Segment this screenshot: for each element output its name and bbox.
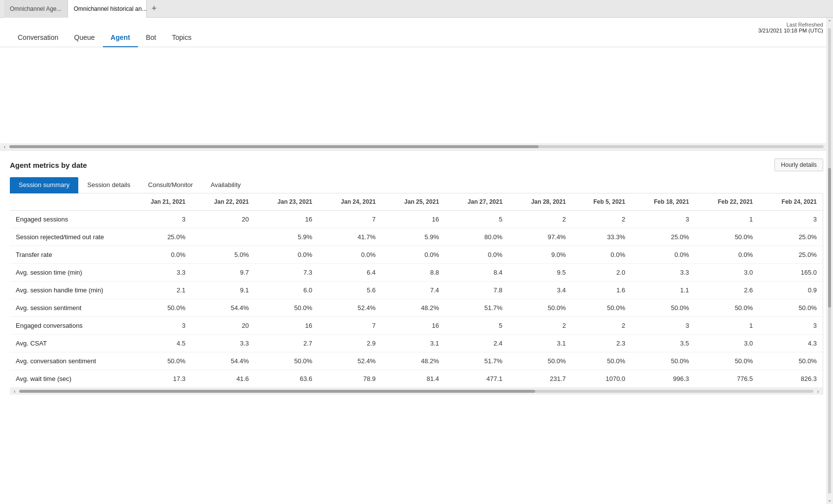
- tab-inactive[interactable]: Omnichannel Age...: [4, 0, 68, 18]
- metrics-title: Agent metrics by date: [10, 161, 87, 169]
- cell-6-5: 5: [445, 317, 509, 335]
- right-scroll-track[interactable]: [828, 28, 831, 494]
- cell-9-8: 996.3: [631, 370, 695, 388]
- table-header-date-2: Jan 22, 2021: [192, 193, 255, 211]
- chart-area: ‹ ›: [0, 47, 833, 151]
- app-container: Conversation Queue Agent Bot Topics Last…: [0, 18, 833, 504]
- cell-9-7: 1070.0: [572, 370, 631, 388]
- cell-8-3: 52.4%: [318, 352, 382, 370]
- nav-item-topics[interactable]: Topics: [164, 33, 199, 47]
- row-label-4: Avg. session handle time (min): [10, 282, 128, 299]
- cell-3-2: 7.3: [255, 264, 319, 282]
- cell-9-3: 78.9: [318, 370, 382, 388]
- cell-4-0: 2.1: [128, 282, 192, 299]
- cell-8-8: 50.0%: [631, 352, 695, 370]
- subtab-availability[interactable]: Availability: [202, 177, 250, 193]
- cell-4-3: 5.6: [318, 282, 382, 299]
- scroll-up-icon[interactable]: ⌃: [828, 18, 832, 26]
- cell-3-7: 2.0: [572, 264, 631, 282]
- table-body: Engaged sessions32016716522313Session re…: [10, 211, 823, 388]
- cell-6-2: 16: [255, 317, 319, 335]
- scroll-thumb: [9, 145, 539, 148]
- cell-4-6: 3.4: [509, 282, 572, 299]
- cell-0-2: 16: [255, 211, 319, 228]
- table-header-date-6: Jan 27, 2021: [445, 193, 509, 211]
- last-refreshed-value: 3/21/2021 10:18 PM (UTC): [758, 28, 823, 33]
- cell-1-10: 25.0%: [759, 228, 823, 246]
- cell-6-10: 3: [759, 317, 823, 335]
- cell-5-2: 50.0%: [255, 299, 319, 317]
- cell-8-1: 54.4%: [192, 352, 255, 370]
- cell-0-5: 5: [445, 211, 509, 228]
- table-header-date-11: Feb 24, 2021: [759, 193, 823, 211]
- cell-5-1: 54.4%: [192, 299, 255, 317]
- cell-4-4: 7.4: [382, 282, 445, 299]
- cell-1-8: 25.0%: [631, 228, 695, 246]
- cell-7-3: 2.9: [318, 335, 382, 352]
- cell-8-9: 50.0%: [695, 352, 759, 370]
- table-header-date-1: Jan 21, 2021: [128, 193, 192, 211]
- last-refreshed: Last Refreshed 3/21/2021 10:18 PM (UTC): [758, 22, 823, 33]
- cell-6-4: 16: [382, 317, 445, 335]
- subtab-session-details[interactable]: Session details: [78, 177, 139, 193]
- table-row: Engaged conversations32016716522313: [10, 317, 823, 335]
- cell-8-5: 51.7%: [445, 352, 509, 370]
- cell-2-1: 5.0%: [192, 246, 255, 264]
- cell-6-7: 2: [572, 317, 631, 335]
- table-row: Engaged sessions32016716522313: [10, 211, 823, 228]
- tab-active[interactable]: Omnichannel historical an... ✕: [68, 0, 147, 18]
- scroll-track[interactable]: [9, 145, 823, 148]
- subtab-session-summary[interactable]: Session summary: [10, 177, 78, 193]
- scroll-down-icon[interactable]: ⌄: [828, 496, 832, 504]
- table-scroll-right-icon[interactable]: ›: [815, 389, 821, 394]
- subtab-consult-monitor[interactable]: Consult/Monitor: [139, 177, 202, 193]
- cell-7-7: 2.3: [572, 335, 631, 352]
- browser-tabs: Omnichannel Age... Omnichannel historica…: [0, 0, 833, 18]
- table-row: Avg. CSAT4.53.32.72.93.12.43.12.33.53.04…: [10, 335, 823, 352]
- right-scrollbar[interactable]: ⌃ ⌄: [826, 18, 833, 504]
- cell-2-9: 0.0%: [695, 246, 759, 264]
- row-label-7: Avg. CSAT: [10, 335, 128, 352]
- tab-label-active: Omnichannel historical an...: [74, 5, 147, 12]
- cell-4-5: 7.8: [445, 282, 509, 299]
- cell-0-10: 3: [759, 211, 823, 228]
- cell-8-4: 48.2%: [382, 352, 445, 370]
- cell-7-6: 3.1: [509, 335, 572, 352]
- nav-item-conversation[interactable]: Conversation: [10, 33, 66, 47]
- right-scroll-thumb: [828, 168, 831, 308]
- table-header-row: Jan 21, 2021Jan 22, 2021Jan 23, 2021Jan …: [10, 193, 823, 211]
- cell-3-6: 9.5: [509, 264, 572, 282]
- table-scroll-track[interactable]: [19, 390, 813, 393]
- sub-tabs: Session summary Session details Consult/…: [10, 177, 823, 193]
- table-row: Session rejected/timed out rate25.0%5.9%…: [10, 228, 823, 246]
- table-header-date-4: Jan 24, 2021: [318, 193, 382, 211]
- cell-2-2: 0.0%: [255, 246, 319, 264]
- table-scroll-bar[interactable]: ‹ ›: [10, 388, 823, 395]
- cell-8-10: 50.0%: [759, 352, 823, 370]
- cell-7-9: 3.0: [695, 335, 759, 352]
- cell-0-8: 3: [631, 211, 695, 228]
- table-row: Avg. conversation sentiment50.0%54.4%50.…: [10, 352, 823, 370]
- table-header-date-3: Jan 23, 2021: [255, 193, 319, 211]
- row-label-8: Avg. conversation sentiment: [10, 352, 128, 370]
- cell-1-2: 5.9%: [255, 228, 319, 246]
- cell-1-5: 80.0%: [445, 228, 509, 246]
- cell-3-5: 8.4: [445, 264, 509, 282]
- hourly-details-button[interactable]: Hourly details: [774, 158, 823, 171]
- cell-8-2: 50.0%: [255, 352, 319, 370]
- cell-9-6: 231.7: [509, 370, 572, 388]
- chart-scroll-bar[interactable]: ‹ ›: [0, 143, 833, 150]
- cell-5-3: 52.4%: [318, 299, 382, 317]
- nav-item-agent[interactable]: Agent: [103, 33, 138, 47]
- data-table-wrapper[interactable]: Jan 21, 2021Jan 22, 2021Jan 23, 2021Jan …: [10, 193, 823, 395]
- cell-7-4: 3.1: [382, 335, 445, 352]
- new-tab-button[interactable]: +: [147, 0, 162, 18]
- nav-item-bot[interactable]: Bot: [138, 33, 164, 47]
- metrics-section: Agent metrics by date Hourly details Ses…: [0, 151, 833, 395]
- scroll-left-icon[interactable]: ‹: [2, 144, 7, 150]
- cell-3-4: 8.8: [382, 264, 445, 282]
- nav-item-queue[interactable]: Queue: [66, 33, 103, 47]
- table-scroll-left-icon[interactable]: ‹: [12, 389, 17, 394]
- table-scroll-thumb: [19, 390, 535, 393]
- main-content: ‹ › Agent metrics by date Hourly details…: [0, 47, 833, 504]
